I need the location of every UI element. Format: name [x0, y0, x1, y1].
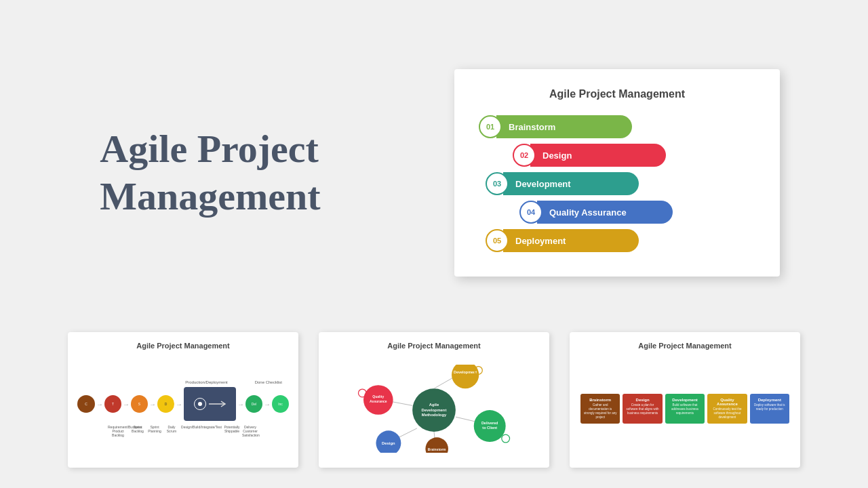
thumb1-label-production: Production/Deployment	[185, 380, 227, 384]
small-circle-qa	[358, 389, 366, 397]
step-bar-1: Brainstorm	[496, 115, 632, 138]
thumb3-text-5: Deploy software that is ready for produc…	[753, 403, 787, 411]
step-label-5: Deployment	[515, 236, 566, 246]
text-del2: to Client	[482, 426, 497, 430]
slide-main-title: Agile Project Management	[549, 88, 685, 100]
t1-inner-circle	[194, 398, 206, 410]
thumb3-title-5: Deployment	[753, 398, 787, 402]
step-label-1: Brainstorm	[509, 122, 555, 132]
thumb3-title-1: Brainstorm	[583, 398, 617, 402]
t1-circle-daily: D	[157, 395, 174, 413]
thumb3-box-2: Design Create a plan for software that a…	[623, 394, 662, 424]
step-label-4: Quality Assurance	[549, 207, 627, 218]
thumb-card-2[interactable]: Agile Project Management Agile Developme…	[319, 332, 549, 468]
step-bar-5: Deployment	[503, 229, 639, 252]
center-text2: Development	[422, 408, 447, 412]
step-circle-2: 02	[513, 144, 536, 167]
t1-lbl-req: Requirement/Business Product Backlog	[108, 425, 128, 437]
steps-list: 01 Brainstorm 02 Design 03 Development 0…	[479, 115, 755, 252]
t1-arrows-svg	[208, 397, 226, 411]
thumb3-title-3: Development	[668, 398, 702, 402]
text-design: Design	[382, 441, 395, 445]
t1-lbl-scrum: Daily Scrum	[164, 425, 179, 437]
t1-circle-teams: T	[104, 395, 121, 413]
t1-circle-inc: Inc	[272, 395, 289, 413]
thumb3-title-4: Quality Assurance	[710, 398, 744, 406]
step-row-1: 01 Brainstorm	[479, 115, 755, 138]
t1-lbl-plan: Sprint Planning	[147, 425, 162, 437]
center-text3: Methodology	[422, 413, 447, 417]
thumb-card-1[interactable]: Agile Project Management Production/Depl…	[68, 332, 298, 468]
step-circle-1: 01	[479, 115, 502, 138]
step-row-3: 03 Development	[486, 172, 755, 195]
text-qa1: Quality	[372, 394, 384, 399]
step-circle-3: 03	[486, 172, 509, 195]
line-dev	[434, 377, 454, 388]
text-dev: Development	[454, 370, 477, 374]
thumb-title-3: Agile Project Management	[638, 342, 732, 350]
step-label-2: Design	[542, 150, 572, 161]
t1-circle-client: C	[77, 395, 95, 413]
thumb-content-1: Production/Deployment Done Checklist C →…	[75, 357, 292, 461]
text-qa2: Assurance	[370, 399, 387, 403]
t1-rect-design	[184, 387, 236, 421]
thumb3-boxes: Brainstorm Gather and documentation is s…	[576, 394, 793, 424]
thumb2-svg: Agile Development Methodology Developmen…	[326, 365, 542, 453]
step-circle-4: 04	[519, 201, 542, 224]
thumb1-label-done: Done Checklist	[255, 380, 282, 384]
main-area: Agile ProjectManagement Agile Project Ma…	[0, 0, 868, 332]
center-text1: Agile	[429, 403, 439, 407]
line-design	[399, 428, 417, 437]
thumb-content-3: Brainstorm Gather and documentation is s…	[576, 357, 793, 461]
line-delivered	[456, 417, 475, 422]
t1-circle-delivery: Del	[245, 395, 262, 413]
step-label-3: Development	[515, 179, 571, 189]
thumb3-box-3: Development Build software that addresse…	[665, 394, 705, 424]
small-circle-del	[502, 434, 510, 443]
step-row-4: 04 Quality Assurance	[519, 201, 755, 224]
left-panel: Agile ProjectManagement	[41, 27, 380, 319]
step-circle-5: 05	[486, 229, 509, 252]
t1-inner-dot	[198, 402, 202, 406]
thumb3-box-4: Quality Assurance Continuously test the …	[707, 394, 747, 424]
thumb-title-2: Agile Project Management	[387, 342, 481, 350]
thumb3-text-3: Build software that addresses business r…	[668, 403, 702, 415]
t1-lbl-sprint: Sprint Backlog	[130, 425, 145, 437]
thumb-card-3[interactable]: Agile Project Management Brainstorm Gath…	[570, 332, 800, 468]
t1-circle-sprint: S	[131, 395, 148, 413]
thumb3-box-1: Brainstorm Gather and documentation is s…	[580, 394, 620, 424]
step-row-2: 02 Design	[513, 144, 755, 167]
t1-lbl-design: Design/Build/Integrate/Test	[181, 425, 222, 437]
text-brainstorm: Brainstorm	[428, 447, 446, 451]
step-bar-2: Design	[530, 144, 666, 167]
t1-lbl-delivery: Delivery Customer Satisfaction	[242, 425, 258, 437]
step-bar-4: Quality Assurance	[537, 201, 673, 224]
step-row-5: 05 Deployment	[486, 229, 755, 252]
thumb3-text-4: Continuously test the software throughou…	[710, 407, 744, 420]
thumb3-text-2: Create a plan for software that aligns w…	[625, 403, 659, 415]
thumbnails-area: Agile Project Management Production/Depl…	[0, 332, 868, 488]
right-panel: Agile Project Management 01 Brainstorm 0…	[407, 27, 827, 319]
line-qa	[391, 402, 412, 406]
thumb3-title-2: Design	[625, 398, 659, 402]
page-title: Agile ProjectManagement	[100, 125, 320, 220]
thumb3-box-5: Deployment Deploy software that is ready…	[750, 394, 789, 424]
text-del1: Delivered	[481, 421, 498, 425]
t1-lbl-feature: Potentially Shippable	[224, 425, 240, 437]
thumb-title-1: Agile Project Management	[136, 342, 230, 350]
main-slide-preview: Agile Project Management 01 Brainstorm 0…	[454, 69, 780, 277]
thumb3-text-1: Gather and documentation is strongly req…	[583, 403, 617, 419]
step-bar-3: Development	[503, 172, 639, 195]
thumb-content-2: Agile Development Methodology Developmen…	[326, 357, 542, 461]
